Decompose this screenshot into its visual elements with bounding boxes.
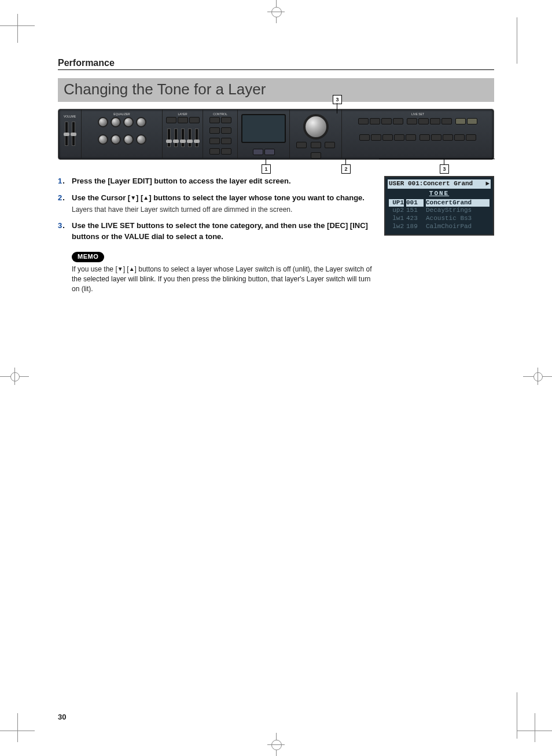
instruction-step: 3 Use the LIVE SET buttons to select the… xyxy=(58,221,378,243)
registration-mark-mid-left xyxy=(0,359,35,394)
step-text-part: ] buttons to select the layer whose tone… xyxy=(149,193,365,202)
lcd-row: lw2 189 CalmChoirPad xyxy=(388,223,491,231)
arrow-right-icon: ▶ xyxy=(485,180,490,188)
step-number: 2 xyxy=(58,193,72,215)
cursor-up-icon: ▲ xyxy=(129,265,135,274)
memo-text-part: If you use the [ xyxy=(72,265,117,273)
crop-mark-bottom-left xyxy=(0,713,35,748)
memo-text-part: ] [ xyxy=(123,265,129,273)
step-subtext: Layers that have their Layer switch turn… xyxy=(72,205,378,215)
lcd-row-tag: UP1 xyxy=(389,199,404,207)
lcd-row-name: ConcertGrand xyxy=(426,199,490,207)
registration-mark-top xyxy=(259,0,293,35)
callout-2: 2 xyxy=(341,164,351,174)
memo-text: If you use the [▼] [▲] buttons to select… xyxy=(72,265,378,295)
cursor-down-icon: ▼ xyxy=(117,265,123,274)
lcd-row-name: DecayStrings xyxy=(426,207,490,215)
divider xyxy=(58,69,494,70)
lcd-row-name: CalmChoirPad xyxy=(426,223,490,231)
instruction-step: 1 Press the [Layer EDIT] button to acces… xyxy=(58,176,378,187)
crop-mark-bottom-right xyxy=(517,713,552,748)
step-text: Use the Cursor [▼] [▲] buttons to select… xyxy=(72,193,365,202)
step-number: 1 xyxy=(58,176,72,187)
lcd-row-tag: lw1 xyxy=(389,215,404,223)
lcd-screenshot: USER 001:Concert Grand ▶ TONE UP1 001 Co… xyxy=(384,176,494,236)
registration-mark-mid-right xyxy=(517,359,552,394)
lcd-row-num: 423 xyxy=(406,215,424,223)
crop-mark-top-left xyxy=(0,8,35,43)
lcd-subtitle: TONE xyxy=(388,190,491,198)
callout-3-top: 3 xyxy=(333,95,342,104)
hardware-panel: VOLUME EQUALIZER LAYER xyxy=(58,109,494,160)
step-text: Use the LIVE SET buttons to select the t… xyxy=(72,221,368,241)
lcd-row-num: 151 xyxy=(406,207,424,215)
step-text: Press the [Layer EDIT] button to access … xyxy=(72,177,291,185)
instructions-block: 1 Press the [Layer EDIT] button to acces… xyxy=(58,176,494,295)
crop-rule xyxy=(517,17,517,64)
cursor-up-icon: ▲ xyxy=(143,194,149,203)
callout-3-bottom: 3 xyxy=(440,164,449,174)
lcd-row: lw1 423 Acoustic Bs3 xyxy=(388,215,491,223)
step-text-part: ] [ xyxy=(136,193,143,202)
page-number: 30 xyxy=(58,713,66,721)
instruction-step: 2 Use the Cursor [▼] [▲] buttons to sele… xyxy=(58,193,378,215)
registration-mark-bottom xyxy=(259,721,293,756)
lcd-row: UP1 001 ConcertGrand xyxy=(388,199,491,207)
lcd-row-name: Acoustic Bs3 xyxy=(426,215,490,223)
lcd-row-num: 189 xyxy=(406,223,424,231)
step-number: 3 xyxy=(58,221,72,243)
lcd-row-tag: up2 xyxy=(389,207,404,215)
lcd-title-text: USER 001:Concert Grand xyxy=(389,180,473,188)
callout-1: 1 xyxy=(262,164,271,174)
lcd-row-num: 001 xyxy=(406,199,424,207)
page-title: Changing the Tone for a Layer xyxy=(58,78,494,102)
lcd-row: up2 151 DecayStrings xyxy=(388,207,491,215)
memo-label: MEMO xyxy=(72,252,104,262)
cursor-down-icon: ▼ xyxy=(130,194,136,203)
step-text-part: Use the Cursor [ xyxy=(72,193,130,202)
section-label: Performance xyxy=(58,58,494,68)
hardware-panel-figure: VOLUME EQUALIZER LAYER xyxy=(58,109,494,160)
lcd-row-tag: lw2 xyxy=(389,223,404,231)
page: Performance Changing the Tone for a Laye… xyxy=(0,0,552,756)
crop-rule xyxy=(517,692,517,739)
